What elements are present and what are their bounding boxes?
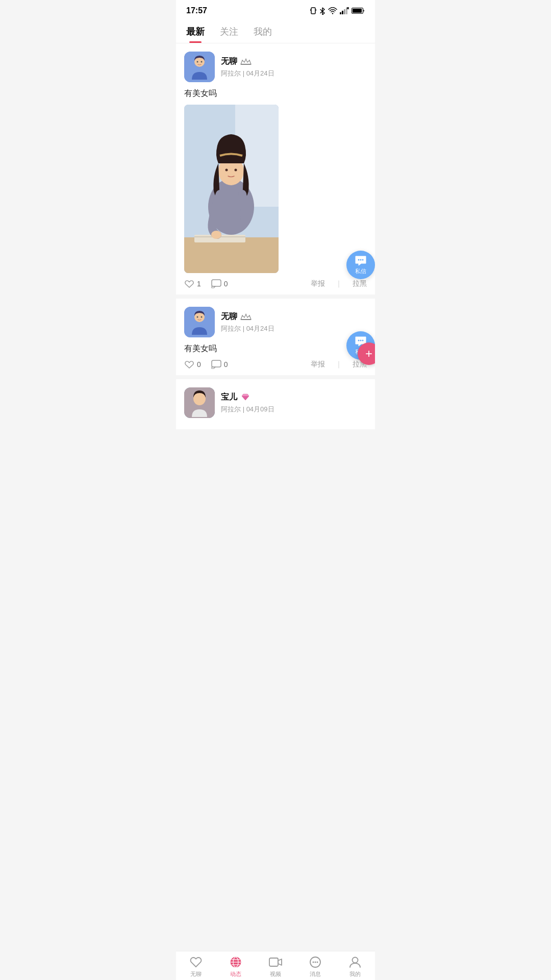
nav-item-chat[interactable]: 无聊: [181, 955, 211, 978]
svg-point-29: [211, 231, 221, 239]
post-1-meta: 无聊 阿拉尔 | 04月24日: [221, 56, 274, 78]
wifi-icon: [328, 7, 337, 14]
svg-point-27: [226, 169, 228, 172]
svg-point-37: [201, 316, 203, 318]
post-2-avatar[interactable]: [184, 307, 215, 337]
post-1-image[interactable]: [184, 105, 279, 273]
post-1-block-button[interactable]: 拉黑: [353, 279, 367, 288]
message-icon: [309, 955, 322, 969]
crown-badge-1: [240, 57, 252, 65]
post-3-meta: 宝儿 阿拉尔 | 04月09日: [221, 392, 274, 414]
svg-point-43: [358, 339, 360, 341]
svg-rect-30: [212, 280, 221, 286]
svg-point-19: [249, 60, 250, 61]
nav-label-chat: 无聊: [190, 970, 202, 978]
post-1-actions: 1 0 举报 ｜ 拉黑: [184, 279, 367, 288]
crown-badge-2: [240, 312, 252, 321]
post-2-report-button[interactable]: 举报: [311, 360, 325, 369]
battery-icon: [352, 7, 365, 14]
svg-point-18: [242, 60, 243, 61]
profile-icon: [348, 955, 362, 969]
post-3-avatar[interactable]: [184, 387, 215, 418]
svg-point-28: [235, 169, 237, 172]
svg-point-15: [201, 61, 203, 63]
svg-point-14: [197, 61, 198, 63]
nav-label-message: 消息: [310, 970, 321, 978]
svg-rect-53: [269, 958, 278, 966]
diamond-badge-3: [240, 393, 251, 401]
svg-point-57: [317, 962, 318, 963]
svg-rect-38: [241, 319, 251, 320]
svg-point-45: [362, 339, 364, 341]
svg-point-39: [245, 314, 247, 315]
post-1-report-button[interactable]: 举报: [311, 279, 325, 288]
post-1-like-button[interactable]: 1: [184, 279, 201, 288]
private-message-button-1[interactable]: 私信: [346, 251, 375, 279]
nav-item-message[interactable]: 消息: [300, 955, 331, 978]
action-separator-1: ｜: [335, 279, 342, 288]
vibrate-icon: [310, 7, 317, 15]
tab-follow[interactable]: 关注: [220, 19, 238, 43]
bluetooth-icon: [319, 7, 325, 15]
svg-point-58: [353, 958, 358, 963]
svg-point-17: [245, 59, 247, 60]
post-1-avatar[interactable]: [184, 52, 215, 82]
post-3-username: 宝儿: [221, 392, 274, 403]
post-1-comment-button[interactable]: 0: [211, 279, 228, 288]
post-2-text: 有美女吗: [184, 342, 367, 355]
svg-rect-1: [310, 9, 311, 11]
nav-label-feed: 动态: [230, 970, 241, 978]
post-card-2: 无聊 阿拉尔 | 04月24日: [176, 299, 375, 375]
status-bar: 17:57: [176, 0, 375, 19]
post-2-meta: 无聊 阿拉尔 | 04月24日: [221, 311, 274, 333]
svg-point-3: [332, 13, 333, 14]
video-icon: [269, 955, 282, 969]
svg-point-32: [360, 259, 362, 260]
svg-point-56: [315, 962, 316, 963]
svg-point-55: [313, 962, 314, 963]
post-card-3: 宝儿 阿拉尔 | 04月09日: [176, 379, 375, 429]
status-time: 17:57: [186, 6, 207, 15]
tab-mine[interactable]: 我的: [254, 19, 272, 43]
chat-icon: [189, 955, 203, 969]
svg-rect-5: [342, 11, 343, 14]
svg-point-41: [249, 315, 250, 316]
nav-item-feed[interactable]: 动态: [220, 955, 251, 978]
private-message-label-1: 私信: [355, 267, 366, 275]
svg-point-36: [197, 316, 198, 318]
nav-item-profile[interactable]: 我的: [340, 955, 370, 978]
feed-icon: [229, 955, 242, 969]
feed-container: 无聊 阿拉尔 | 04月24日: [176, 43, 375, 429]
tab-latest[interactable]: 最新: [186, 19, 205, 43]
post-2-actions: 0 0 举报 ｜ 拉黑: [184, 360, 367, 369]
svg-rect-22: [184, 237, 279, 273]
svg-rect-42: [212, 360, 221, 367]
post-1-text: 有美女吗: [184, 87, 367, 100]
post-2-like-button[interactable]: 0: [184, 360, 201, 369]
nav-label-profile: 我的: [349, 970, 361, 978]
signal-icon: [340, 7, 349, 14]
svg-point-33: [362, 259, 364, 260]
nav-label-video: 视频: [270, 970, 281, 978]
svg-rect-6: [344, 9, 345, 14]
post-2-username: 无聊: [221, 311, 274, 322]
post-1-location: 阿拉尔 | 04月24日: [221, 69, 274, 78]
post-2-header: 无聊 阿拉尔 | 04月24日: [184, 307, 367, 337]
svg-point-40: [242, 315, 243, 316]
svg-rect-2: [316, 9, 316, 11]
action-separator-2: ｜: [335, 360, 342, 369]
nav-item-video[interactable]: 视频: [260, 955, 291, 978]
svg-rect-4: [340, 12, 341, 14]
bottom-nav: 无聊 动态 视频: [176, 951, 375, 980]
post-card-1: 无聊 阿拉尔 | 04月24日: [176, 43, 375, 295]
post-3-location: 阿拉尔 | 04月09日: [221, 405, 274, 414]
svg-point-31: [358, 259, 360, 260]
post-1-header: 无聊 阿拉尔 | 04月24日: [184, 52, 367, 82]
status-icons: [310, 7, 365, 15]
svg-rect-0: [311, 8, 315, 14]
post-2-comment-button[interactable]: 0: [211, 360, 228, 369]
top-tabs: 最新 关注 我的: [176, 19, 375, 43]
post-3-header: 宝儿 阿拉尔 | 04月09日: [184, 387, 367, 418]
svg-rect-16: [241, 64, 251, 65]
post-2-location: 阿拉尔 | 04月24日: [221, 324, 274, 333]
